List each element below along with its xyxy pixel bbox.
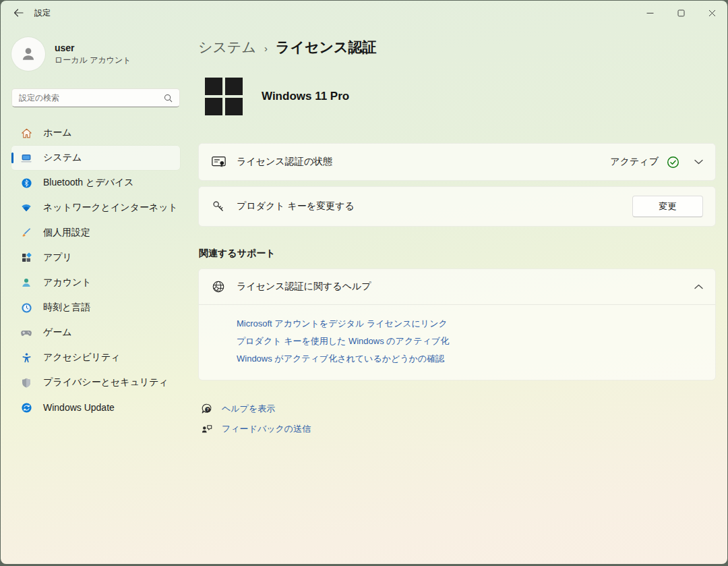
activation-status-label: ライセンス認証の状態 bbox=[237, 156, 610, 168]
chevron-up-icon[interactable] bbox=[694, 284, 703, 289]
activation-status-card[interactable]: ライセンス認証の状態 アクティブ bbox=[198, 143, 716, 181]
back-button[interactable] bbox=[5, 1, 32, 25]
breadcrumb-separator-icon: › bbox=[264, 41, 268, 54]
system-icon bbox=[20, 152, 32, 164]
home-icon bbox=[20, 127, 32, 139]
chevron-down-icon[interactable] bbox=[694, 159, 703, 165]
minimize-button[interactable] bbox=[634, 1, 665, 24]
sidebar-item-personalization[interactable]: 個人用設定 bbox=[11, 221, 180, 245]
sidebar-item-gaming[interactable]: ゲーム bbox=[11, 320, 180, 345]
globe-search-icon bbox=[211, 280, 226, 293]
activation-help-header[interactable]: ライセンス認証に関するヘルプ bbox=[199, 269, 715, 305]
help-link-activate-with-product-key[interactable]: プロダクト キーを使用した Windows のアクティブ化 bbox=[237, 333, 703, 350]
sidebar-item-time-language[interactable]: 時刻と言語 bbox=[11, 295, 180, 320]
sidebar-item-accounts[interactable]: アカウント bbox=[11, 271, 180, 295]
sidebar-nav: ホーム システム Bluetooth とデバイス bbox=[11, 121, 180, 420]
sidebar: user ローカル アカウント ホーム bbox=[1, 25, 189, 564]
activation-help-title: ライセンス認証に関するヘルプ bbox=[237, 281, 694, 293]
get-help-row[interactable]: ? ヘルプを表示 bbox=[200, 399, 716, 419]
back-arrow-icon bbox=[13, 9, 24, 17]
sidebar-item-privacy-security[interactable]: プライバシーとセキュリティ bbox=[11, 370, 180, 395]
feedback-icon bbox=[200, 423, 214, 435]
send-feedback-link[interactable]: フィードバックの送信 bbox=[222, 423, 311, 435]
personalization-icon bbox=[20, 227, 32, 239]
sidebar-item-bluetooth-devices[interactable]: Bluetooth とデバイス bbox=[11, 171, 180, 195]
close-button[interactable] bbox=[696, 1, 727, 24]
edition-header: Windows 11 Pro bbox=[205, 78, 716, 115]
maximize-button[interactable] bbox=[665, 1, 696, 24]
edition-name: Windows 11 Pro bbox=[262, 90, 349, 103]
windows-update-icon bbox=[20, 401, 32, 414]
help-link-check-activation[interactable]: Windows がアクティブ化されているかどうかの確認 bbox=[237, 350, 703, 368]
sidebar-item-home[interactable]: ホーム bbox=[11, 121, 180, 145]
change-product-key-button[interactable]: 変更 bbox=[632, 196, 703, 217]
person-icon bbox=[20, 45, 37, 63]
maximize-icon bbox=[677, 9, 685, 17]
svg-text:?: ? bbox=[206, 407, 209, 412]
license-certificate-icon bbox=[211, 156, 226, 168]
sidebar-item-network-internet[interactable]: ネットワークとインターネット bbox=[11, 196, 180, 220]
related-support-heading: 関連するサポート bbox=[199, 248, 716, 260]
privacy-icon bbox=[20, 376, 32, 389]
sidebar-item-windows-update[interactable]: Windows Update bbox=[11, 395, 180, 420]
help-link-link-digital-license[interactable]: Microsoft アカウントをデジタル ライセンスにリンク bbox=[237, 315, 703, 333]
window-title: 設定 bbox=[34, 7, 51, 19]
settings-search[interactable] bbox=[11, 88, 180, 107]
user-account-row[interactable]: user ローカル アカウント bbox=[11, 37, 180, 71]
apps-icon bbox=[20, 252, 32, 264]
gaming-icon bbox=[20, 327, 32, 339]
account-type: ローカル アカウント bbox=[55, 55, 131, 66]
settings-window: 設定 user ローカル アカウント bbox=[1, 1, 727, 564]
product-key-card: プロダクト キーを変更する 変更 bbox=[198, 186, 716, 227]
user-name: user bbox=[55, 43, 131, 53]
accessibility-icon bbox=[20, 351, 32, 364]
main-content: システム › ライセンス認証 Windows 11 Pro ライセンス認証の状態… bbox=[189, 25, 727, 564]
title-bar: 設定 bbox=[1, 1, 727, 25]
search-icon bbox=[164, 94, 173, 103]
activation-status-value: アクティブ bbox=[610, 156, 659, 168]
sidebar-item-accessibility[interactable]: アクセシビリティ bbox=[11, 345, 180, 370]
get-help-link[interactable]: ヘルプを表示 bbox=[222, 403, 275, 415]
minimize-icon bbox=[646, 9, 654, 17]
accounts-icon bbox=[20, 277, 32, 289]
feedback-row[interactable]: フィードバックの送信 bbox=[200, 419, 716, 439]
windows-logo-icon bbox=[205, 78, 243, 115]
search-input[interactable] bbox=[19, 93, 164, 103]
activation-help-links: Microsoft アカウントをデジタル ライセンスにリンク プロダクト キーを… bbox=[199, 305, 715, 380]
key-icon bbox=[211, 200, 226, 213]
breadcrumb-parent[interactable]: システム bbox=[198, 38, 256, 57]
footer-links: ? ヘルプを表示 フィードバックの送信 bbox=[200, 399, 716, 439]
close-icon bbox=[708, 9, 716, 17]
network-icon bbox=[20, 202, 32, 214]
activation-help-card: ライセンス認証に関するヘルプ Microsoft アカウントをデジタル ライセン… bbox=[198, 268, 716, 380]
bluetooth-icon bbox=[20, 177, 32, 189]
product-key-label: プロダクト キーを変更する bbox=[237, 200, 632, 213]
sidebar-item-system[interactable]: システム bbox=[11, 146, 180, 170]
sidebar-item-apps[interactable]: アプリ bbox=[11, 246, 180, 270]
time-language-icon bbox=[20, 302, 32, 314]
page-title: ライセンス認証 bbox=[276, 38, 376, 57]
breadcrumb: システム › ライセンス認証 bbox=[198, 38, 716, 57]
get-help-icon: ? bbox=[200, 403, 214, 415]
avatar bbox=[11, 37, 45, 71]
status-active-check-icon bbox=[667, 156, 679, 169]
